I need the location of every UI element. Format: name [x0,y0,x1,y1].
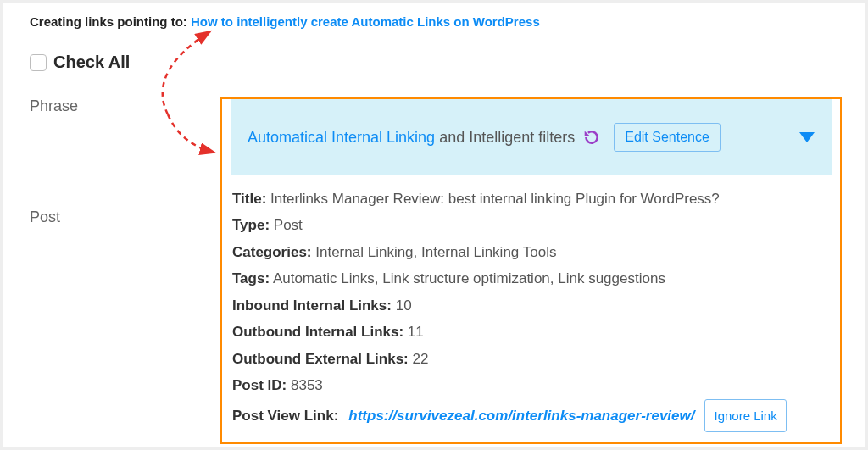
post-categories-value: Internal Linking, Internal Linking Tools [315,244,556,260]
post-id-value: 8353 [291,377,323,393]
main-panel: Creating links pointing to: How to intel… [3,3,865,447]
edit-sentence-button[interactable]: Edit Sentence [614,123,721,152]
post-viewlink-label: Post View Link: [232,403,338,429]
undo-icon[interactable] [583,129,600,146]
post-outbound-internal-label: Outbound Internal Links: [232,324,403,340]
check-all-checkbox[interactable] [30,54,47,71]
phrase-rest-text: and Intelligent filters [439,129,575,147]
post-title-label: Title: [232,191,266,207]
post-categories-label: Categories: [232,244,312,260]
check-all-row: Check All [30,53,842,72]
header-line: Creating links pointing to: How to intel… [30,14,842,29]
phrase-label: Phrase [30,97,220,115]
post-tags-label: Tags: [232,270,270,286]
check-all-label: Check All [53,53,130,72]
header-prefix: Creating links pointing to: [30,14,187,29]
post-outbound-internal-value: 11 [408,324,424,340]
post-inbound-label: Inbound Internal Links: [232,297,392,314]
post-outbound-external-value: 22 [413,351,429,367]
post-label: Post [30,208,220,226]
header-target-link[interactable]: How to intelligently create Automatic Li… [191,14,540,29]
phrase-link-text[interactable]: Automatical Internal Linking [248,129,435,147]
post-outbound-external-label: Outbound External Links: [232,351,409,367]
post-title-value: Interlinks Manager Review: best internal… [270,191,720,207]
result-card: Automatical Internal Linking and Intelli… [220,97,842,444]
post-type-label: Type: [232,217,270,233]
post-tags-value: Automatic Links, Link structure optimiza… [273,270,665,286]
phrase-band: Automatical Internal Linking and Intelli… [231,99,832,175]
post-type-value: Post [274,217,303,233]
ignore-link-button[interactable]: Ignore Link [704,399,786,433]
expand-caret-icon[interactable] [799,132,815,142]
post-inbound-value: 10 [396,297,412,314]
post-viewlink-url[interactable]: https://survivezeal.com/interlinks-manag… [348,403,694,429]
post-info: Title: Interlinks Manager Review: best i… [231,186,832,432]
post-id-label: Post ID: [232,377,287,393]
